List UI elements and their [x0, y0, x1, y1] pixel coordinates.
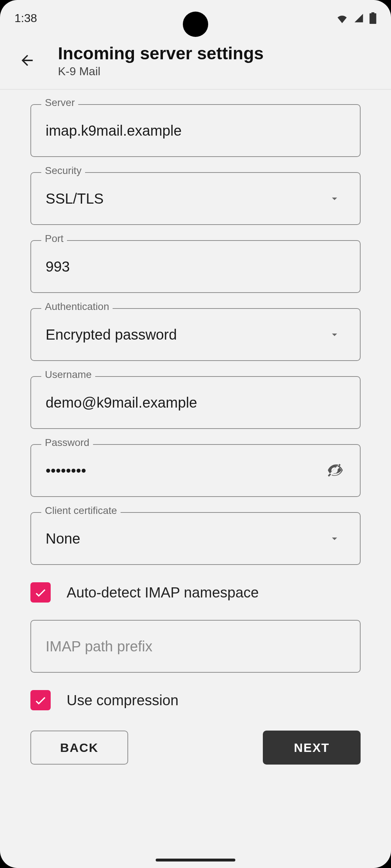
auto-detect-label: Auto-detect IMAP namespace [67, 584, 259, 601]
checkbox-checked-icon [30, 690, 51, 710]
imap-prefix-field[interactable]: IMAP path prefix [30, 620, 361, 673]
authentication-value: Encrypted password [46, 327, 324, 343]
page-subtitle: K-9 Mail [58, 65, 264, 78]
gesture-handle[interactable] [156, 859, 235, 861]
compression-row[interactable]: Use compression [30, 688, 361, 712]
app-bar: Incoming server settings K-9 Mail [0, 36, 391, 90]
port-value: 993 [46, 259, 345, 275]
back-step-button[interactable]: BACK [30, 731, 128, 765]
password-field[interactable]: Password •••••••• [30, 444, 361, 497]
back-button[interactable] [11, 44, 43, 77]
security-value: SSL/TLS [46, 191, 324, 207]
port-label: Port [41, 234, 67, 244]
status-time: 1:38 [14, 12, 37, 25]
footer-buttons: BACK NEXT [0, 720, 391, 765]
dropdown-icon [324, 528, 345, 549]
client-certificate-field[interactable]: Client certificate None [30, 512, 361, 565]
next-button[interactable]: NEXT [263, 731, 361, 765]
visibility-off-icon[interactable] [324, 460, 345, 481]
status-icons [336, 12, 377, 24]
server-value: imap.k9mail.example [46, 123, 345, 139]
username-field[interactable]: Username demo@k9mail.example [30, 376, 361, 429]
settings-form: Server imap.k9mail.example Security SSL/… [0, 90, 391, 716]
port-field[interactable]: Port 993 [30, 240, 361, 293]
client-certificate-value: None [46, 531, 324, 547]
authentication-label: Authentication [41, 302, 113, 312]
dropdown-icon [324, 188, 345, 209]
camera-cutout [183, 12, 208, 37]
wifi-icon [336, 13, 348, 23]
cellular-icon [353, 13, 364, 23]
back-step-label: BACK [60, 741, 98, 755]
username-value: demo@k9mail.example [46, 395, 345, 411]
server-label: Server [41, 98, 78, 108]
device-frame: 1:38 Incoming server settings K-9 Mail [0, 0, 391, 868]
password-value: •••••••• [46, 463, 324, 479]
client-certificate-label: Client certificate [41, 506, 121, 516]
auto-detect-row[interactable]: Auto-detect IMAP namespace [30, 580, 361, 605]
compression-label: Use compression [67, 692, 178, 709]
status-bar: 1:38 [0, 0, 391, 36]
app-bar-titles: Incoming server settings K-9 Mail [58, 43, 264, 78]
checkbox-checked-icon [30, 582, 51, 603]
password-label: Password [41, 438, 93, 448]
security-label: Security [41, 166, 85, 176]
authentication-field[interactable]: Authentication Encrypted password [30, 308, 361, 361]
battery-icon [369, 12, 377, 24]
security-field[interactable]: Security SSL/TLS [30, 172, 361, 225]
dropdown-icon [324, 324, 345, 345]
username-label: Username [41, 370, 95, 380]
back-arrow-icon [19, 52, 35, 70]
server-field[interactable]: Server imap.k9mail.example [30, 104, 361, 157]
imap-prefix-placeholder: IMAP path prefix [46, 638, 345, 655]
page-title: Incoming server settings [58, 43, 264, 63]
next-label: NEXT [294, 741, 330, 755]
